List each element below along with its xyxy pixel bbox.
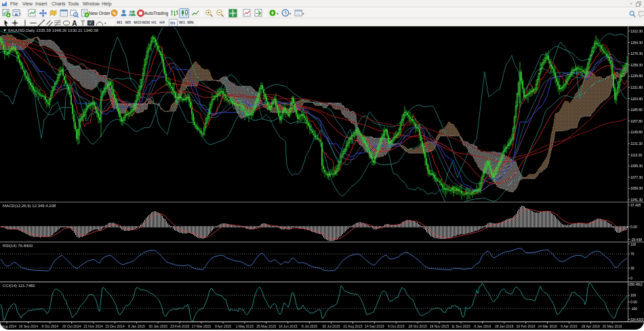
svg-text:30 Jan 2015: 30 Jan 2015 xyxy=(149,324,168,328)
svg-text:0: 0 xyxy=(630,276,632,280)
svg-text:0.00: 0.00 xyxy=(630,225,637,229)
svg-text:28 Jan 2016: 28 Jan 2016 xyxy=(495,324,514,328)
svg-text:25 Aug 2014: 25 Aug 2014 xyxy=(0,324,16,328)
svg-text:1221.80: 1221.80 xyxy=(630,85,643,89)
svg-text:37.405: 37.405 xyxy=(630,203,641,207)
svg-text:25 May 2015: 25 May 2015 xyxy=(256,324,276,328)
svg-text:1149.80: 1149.80 xyxy=(630,130,643,134)
svg-text:1131.30: 1131.30 xyxy=(630,141,643,146)
svg-text:-326.4203: -326.4203 xyxy=(630,318,644,322)
svg-text:20 May 2016: 20 May 2016 xyxy=(603,324,622,328)
svg-text:9 Apr 2015: 9 Apr 2015 xyxy=(215,324,231,328)
svg-text:▼ XAUUSD,Daily 1335.38 1348.2: ▼ XAUUSD,Daily 1335.38 1348.26 1330.21 1… xyxy=(3,28,99,32)
svg-text:19 Feb 2016: 19 Feb 2016 xyxy=(517,324,536,328)
svg-text:8 Oct 2014: 8 Oct 2014 xyxy=(42,324,59,328)
svg-text:1239.80: 1239.80 xyxy=(630,74,643,78)
svg-text:16 Jun 2015: 16 Jun 2015 xyxy=(279,324,298,328)
svg-text:21 Nov 2014: 21 Nov 2014 xyxy=(83,324,103,328)
svg-text:11 Dec 2015: 11 Dec 2015 xyxy=(451,324,470,328)
svg-text:1258.30: 1258.30 xyxy=(630,63,643,67)
svg-text:1041.30: 1041.30 xyxy=(630,198,643,202)
svg-text:28 Oct 2015: 28 Oct 2015 xyxy=(408,324,426,328)
svg-text:1095.30: 1095.30 xyxy=(630,164,643,168)
svg-text:1167.80: 1167.80 xyxy=(630,119,643,123)
svg-text:8 Jan 2015: 8 Jan 2015 xyxy=(128,324,145,328)
svg-text:6 Apr 2016: 6 Apr 2016 xyxy=(561,324,577,328)
svg-text:RSI(14) 76.8400: RSI(14) 76.8400 xyxy=(3,244,33,248)
svg-text:30 Jul 2015: 30 Jul 2015 xyxy=(323,324,340,328)
svg-text:A: A xyxy=(72,19,77,26)
svg-text:6 Jan 2016: 6 Jan 2016 xyxy=(474,324,491,328)
svg-text:T: T xyxy=(81,19,85,26)
svg-text:19 Nov 2015: 19 Nov 2015 xyxy=(430,324,449,328)
svg-text:0.00: 0.00 xyxy=(630,300,637,304)
svg-text:1312.30: 1312.30 xyxy=(630,29,643,33)
svg-text:17 Mar 2015: 17 Mar 2015 xyxy=(192,324,211,328)
svg-text:6 Oct 2015: 6 Oct 2015 xyxy=(388,324,405,328)
svg-text:-100: -100 xyxy=(630,307,637,311)
svg-text:8 Jul 2015: 8 Jul 2015 xyxy=(302,324,317,328)
svg-text:28 Apr 2016: 28 Apr 2016 xyxy=(582,324,600,328)
svg-text:1113.30: 1113.30 xyxy=(630,153,643,157)
svg-text:16 Sep 2014: 16 Sep 2014 xyxy=(19,324,39,328)
svg-text:1203.80: 1203.80 xyxy=(630,97,643,101)
svg-text:1294.30: 1294.30 xyxy=(630,41,643,45)
svg-text:290.4912: 290.4912 xyxy=(630,283,643,286)
svg-text:1276.30: 1276.30 xyxy=(630,51,643,56)
svg-text:14 Sep 2015: 14 Sep 2015 xyxy=(365,324,384,328)
svg-text:100: 100 xyxy=(630,293,637,297)
svg-text:23 Feb 2015: 23 Feb 2015 xyxy=(170,324,189,328)
svg-text:21 Aug 2015: 21 Aug 2015 xyxy=(343,324,362,328)
svg-text:14 Mar 2016: 14 Mar 2016 xyxy=(538,324,557,328)
svg-text:30: 30 xyxy=(630,266,635,270)
svg-text:MACD(12,26,9) 12.349 4.208: MACD(12,26,9) 12.349 4.208 xyxy=(3,204,56,208)
svg-text:1059.30: 1059.30 xyxy=(630,186,643,190)
svg-text:1077.30: 1077.30 xyxy=(630,175,643,179)
svg-text:100: 100 xyxy=(630,242,637,246)
svg-text:1 May 2015: 1 May 2015 xyxy=(236,324,254,328)
svg-text:30 Oct 2014: 30 Oct 2014 xyxy=(62,324,81,328)
svg-text:1185.80: 1185.80 xyxy=(630,108,643,112)
svg-text:70: 70 xyxy=(630,252,635,256)
svg-text:-25.438: -25.438 xyxy=(630,238,642,242)
svg-text:CCI(14) 121.7482: CCI(14) 121.7482 xyxy=(3,284,35,288)
svg-text:15 Dec 2014: 15 Dec 2014 xyxy=(105,324,125,328)
